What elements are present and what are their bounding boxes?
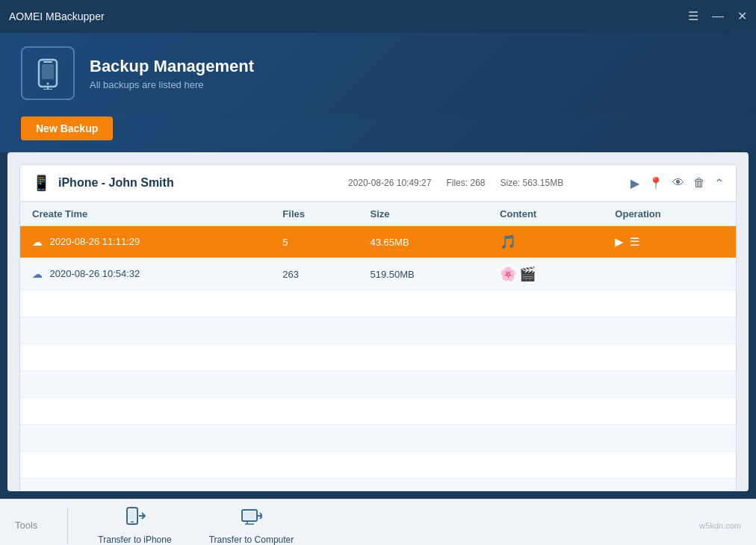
titlebar: AOMEI MBackupper ☰ — ✕ bbox=[0, 0, 756, 33]
col-create-time: Create Time bbox=[20, 202, 270, 226]
table-row-empty bbox=[20, 398, 736, 425]
delete-button[interactable]: 🗑 bbox=[693, 176, 705, 190]
col-operation: Operation bbox=[603, 202, 736, 226]
cloud-icon: ☁ bbox=[32, 268, 43, 280]
transfer-to-iphone-button[interactable]: Transfer to iPhone bbox=[90, 502, 179, 546]
new-backup-button[interactable]: New Backup bbox=[21, 116, 113, 140]
row-play-button[interactable]: ▶ bbox=[615, 235, 624, 249]
backup-card: 📱 iPhone - John Smith 2020-08-26 10:49:2… bbox=[19, 164, 737, 491]
cell-files: 5 bbox=[270, 226, 358, 258]
cell-files: 263 bbox=[270, 258, 358, 290]
table-row-empty bbox=[20, 371, 736, 398]
svg-point-2 bbox=[47, 83, 49, 85]
table-row-empty bbox=[20, 452, 736, 479]
cell-content: 🌸 🎬 bbox=[488, 258, 603, 290]
col-size: Size bbox=[359, 202, 489, 226]
backup-size: Size: 563.15MB bbox=[500, 178, 563, 188]
cell-operation: ▶ ☰ bbox=[603, 226, 736, 258]
location-button[interactable]: 📍 bbox=[648, 176, 663, 190]
footer-divider bbox=[67, 507, 68, 544]
transfer-computer-label: Transfer to Computer bbox=[209, 535, 294, 545]
photos-icon: 🌸 bbox=[500, 266, 516, 282]
backup-card-header: 📱 iPhone - John Smith 2020-08-26 10:49:2… bbox=[20, 165, 736, 202]
watermark: w5kdn.com bbox=[699, 521, 741, 530]
backup-files: Files: 268 bbox=[446, 178, 485, 188]
header-text-block: Backup Management All backups are listed… bbox=[90, 57, 254, 90]
page-header: Backup Management All backups are listed… bbox=[0, 33, 756, 116]
transfer-iphone-label: Transfer to iPhone bbox=[98, 535, 171, 545]
collapse-button[interactable]: ⌃ bbox=[714, 176, 724, 190]
page-title: Backup Management bbox=[90, 57, 254, 76]
minimize-icon[interactable]: — bbox=[712, 10, 724, 22]
play-backup-button[interactable]: ▶ bbox=[630, 176, 639, 190]
page-subtitle: All backups are listed here bbox=[90, 79, 254, 90]
table-row-empty bbox=[20, 317, 736, 344]
cell-size: 43.65MB bbox=[359, 226, 489, 258]
col-content: Content bbox=[488, 202, 603, 226]
view-button[interactable]: 👁 bbox=[672, 176, 684, 190]
backup-actions: ▶ 📍 👁 🗑 ⌃ bbox=[630, 176, 724, 190]
table-row-empty bbox=[20, 479, 736, 492]
main-content: 📱 iPhone - John Smith 2020-08-26 10:49:2… bbox=[7, 152, 749, 491]
music-icon: 🎵 bbox=[500, 234, 516, 250]
device-name: iPhone - John Smith bbox=[58, 176, 341, 190]
backup-date: 2020-08-26 10:49:27 bbox=[348, 178, 431, 188]
cell-create-time: ☁ 2020-08-26 11:11:29 bbox=[20, 226, 270, 258]
titlebar-controls: ☰ — ✕ bbox=[688, 10, 747, 22]
cell-create-time: ☁ 2020-08-26 10:54:32 bbox=[20, 258, 270, 290]
table-row-empty bbox=[20, 344, 736, 371]
iphone-icon: 📱 bbox=[32, 174, 51, 192]
transfer-computer-icon bbox=[240, 506, 262, 533]
col-files: Files bbox=[270, 202, 358, 226]
transfer-to-computer-button[interactable]: Transfer to Computer bbox=[202, 502, 302, 546]
backup-meta: 2020-08-26 10:49:27 Files: 268 Size: 563… bbox=[348, 178, 630, 188]
svg-rect-1 bbox=[43, 61, 52, 63]
table-row[interactable]: ☁ 2020-08-26 11:11:29 5 43.65MB 🎵 ▶ ☰ bbox=[20, 226, 736, 258]
close-icon[interactable]: ✕ bbox=[737, 10, 747, 22]
content-icons: 🎵 bbox=[500, 234, 591, 250]
row-menu-button[interactable]: ☰ bbox=[630, 235, 639, 249]
content-icons: 🌸 🎬 bbox=[500, 266, 591, 282]
table-row-empty bbox=[20, 425, 736, 452]
cell-size: 519.50MB bbox=[359, 258, 489, 290]
cloud-icon: ☁ bbox=[32, 236, 43, 248]
header-device-icon bbox=[21, 46, 75, 100]
app-title: AOMEI MBackupper bbox=[9, 10, 688, 22]
tools-label: Tools bbox=[15, 520, 37, 531]
svg-rect-8 bbox=[128, 510, 136, 520]
cell-content: 🎵 bbox=[488, 226, 603, 258]
table-row[interactable]: ☁ 2020-08-26 10:54:32 263 519.50MB 🌸 🎬 bbox=[20, 258, 736, 290]
menu-icon[interactable]: ☰ bbox=[688, 10, 698, 22]
cell-operation bbox=[603, 258, 736, 290]
new-backup-section: New Backup bbox=[0, 116, 756, 152]
row-operations: ▶ ☰ bbox=[615, 235, 724, 249]
svg-rect-3 bbox=[42, 64, 54, 79]
svg-rect-11 bbox=[244, 511, 255, 520]
footer: Tools Transfer to iPhone bbox=[0, 499, 756, 545]
table-header-row: Create Time Files Size Content Operation bbox=[20, 202, 736, 226]
backup-table: Create Time Files Size Content Operation… bbox=[20, 202, 736, 491]
video-icon: 🎬 bbox=[519, 266, 536, 282]
transfer-iphone-icon bbox=[124, 506, 146, 533]
table-row-empty bbox=[20, 290, 736, 317]
